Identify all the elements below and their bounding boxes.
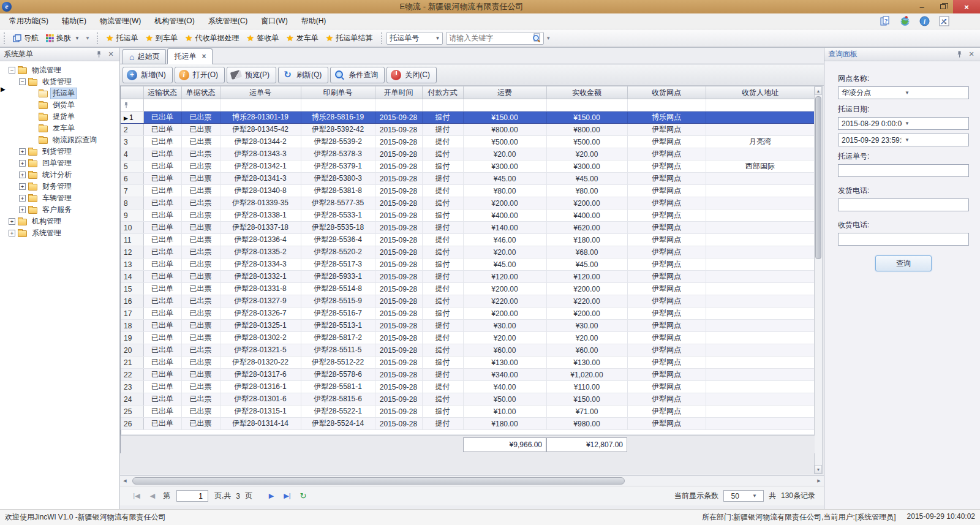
table-row[interactable]: 23已出单已出票伊犁28-01316-1伊犁28-5581-12015-09-2… xyxy=(121,381,815,393)
filter-cell-open-date[interactable] xyxy=(375,99,422,111)
scroll-left-icon[interactable]: ◀ xyxy=(120,477,130,486)
date-from-combo[interactable]: 2015-08-29 0:00:00 ▼ xyxy=(838,117,969,130)
action-button-1[interactable]: i打开(O) xyxy=(175,67,225,83)
prev-page-button[interactable]: ◀ xyxy=(145,492,160,500)
table-row[interactable]: 21已出单已出票伊犁28-01320-22伊犁28-5512-222015-09… xyxy=(121,357,815,369)
plus-expander-icon[interactable]: + xyxy=(19,195,26,202)
globe-icon[interactable] xyxy=(899,16,910,27)
search-overflow-button[interactable]: ▼ xyxy=(544,31,552,45)
search-icon[interactable] xyxy=(532,33,541,43)
keyword-search-input[interactable] xyxy=(447,33,532,43)
pin-icon[interactable] xyxy=(96,51,106,58)
action-button-4[interactable]: 条件查询 xyxy=(330,67,385,83)
table-row[interactable]: 18已出单已出票伊犁28-01325-1伊犁28-5513-12015-09-2… xyxy=(121,320,815,332)
column-header-freight[interactable]: 运费 xyxy=(463,86,546,99)
menu-item-1[interactable]: 辅助(E) xyxy=(55,13,93,29)
maximize-button[interactable] xyxy=(932,0,953,13)
first-page-button[interactable]: |◀ xyxy=(129,492,145,500)
scroll-right-icon[interactable]: ▶ xyxy=(814,477,824,486)
column-header-transport-status[interactable]: 运输状态 xyxy=(143,86,181,99)
minimize-button[interactable]: – xyxy=(911,0,932,13)
column-header-doc-status[interactable]: 单据状态 xyxy=(181,86,220,99)
favorite-5[interactable]: ★托运单结算 xyxy=(322,31,377,45)
tree-item-5[interactable]: 发车单 xyxy=(9,123,119,134)
menu-item-4[interactable]: 系统管理(C) xyxy=(202,13,255,29)
vscroll-thumb[interactable] xyxy=(815,96,821,259)
tree-item-3[interactable]: 倒货单 xyxy=(9,99,119,111)
table-row[interactable]: 13已出单已出票伊犁28-01334-3伊犁28-5517-32015-09-2… xyxy=(121,259,815,271)
tree-item-2[interactable]: 托运单 xyxy=(9,88,119,99)
plus-expander-icon[interactable]: + xyxy=(19,183,26,190)
filter-cell-received-amount[interactable] xyxy=(546,99,627,111)
query-button[interactable]: 查询 xyxy=(875,255,932,271)
filter-cell-waybill-no[interactable] xyxy=(220,99,301,111)
column-header-seq[interactable] xyxy=(121,86,143,99)
tree-item-4[interactable]: 提货单 xyxy=(9,111,119,123)
close-panel-icon[interactable]: ✕ xyxy=(106,50,116,58)
info-icon[interactable]: i xyxy=(919,16,930,27)
close-button[interactable]: × xyxy=(953,0,980,13)
table-row[interactable]: 3已出单已出票伊犁28-01344-2伊犁28-5539-22015-09-28… xyxy=(121,136,815,148)
filter-cell-seq[interactable] xyxy=(121,99,143,111)
refresh-page-icon[interactable]: ↻ xyxy=(295,491,311,500)
navigation-button[interactable]: 导航 xyxy=(9,31,42,45)
table-row[interactable]: 20已出单已出票伊犁28-01321-5伊犁28-5511-52015-09-2… xyxy=(121,344,815,357)
plus-expander-icon[interactable]: + xyxy=(9,218,15,225)
sender-phone-input[interactable] xyxy=(838,198,969,211)
date-to-combo[interactable]: 2015-09-29 23:59:59 ▼ xyxy=(838,134,969,146)
vertical-scrollbar[interactable]: ▲ ▼ xyxy=(814,86,823,474)
next-page-button[interactable]: ▶ xyxy=(263,492,279,500)
table-row[interactable]: 17已出单已出票伊犁28-01326-7伊犁28-5516-72015-09-2… xyxy=(121,308,815,320)
skin-button[interactable]: 换肤 ▼ xyxy=(42,31,83,45)
action-button-2[interactable]: 预览(P) xyxy=(227,67,276,83)
action-button-5[interactable]: 关闭(C) xyxy=(386,67,437,83)
favorite-4[interactable]: ★发车单 xyxy=(282,31,322,45)
favorite-3[interactable]: ★签收单 xyxy=(243,31,283,45)
chart-icon[interactable] xyxy=(938,16,949,27)
receiver-phone-input[interactable] xyxy=(838,233,969,246)
tree-item-13[interactable]: +机构管理 xyxy=(9,216,119,227)
menu-item-2[interactable]: 物流管理(W) xyxy=(93,13,148,29)
table-row[interactable]: 7已出单已出票伊犁28-01340-8伊犁28-5381-82015-09-28… xyxy=(121,185,815,197)
menu-item-6[interactable]: 帮助(H) xyxy=(295,13,333,29)
filter-cell-pay-method[interactable] xyxy=(422,99,463,111)
table-row[interactable]: 24已出单已出票伊犁28-01301-6伊犁28-5815-62015-09-2… xyxy=(121,393,815,406)
branch-name-combo[interactable]: 华凌分点 ▼ xyxy=(838,86,969,99)
table-row[interactable]: 22已出单已出票伊犁28-01317-6伊犁28-5578-62015-09-2… xyxy=(121,369,815,381)
last-page-button[interactable]: ▶| xyxy=(279,492,295,500)
tree-item-12[interactable]: +客户服务 xyxy=(9,204,119,216)
tree-item-10[interactable]: +财务管理 xyxy=(9,181,119,192)
plus-expander-icon[interactable]: + xyxy=(9,230,15,236)
tree-item-6[interactable]: 物流跟踪查询 xyxy=(9,134,119,146)
waybill-no-input[interactable] xyxy=(838,164,969,177)
plus-expander-icon[interactable]: + xyxy=(19,206,26,213)
table-row[interactable]: 12已出单已出票伊犁28-01335-2伊犁28-5520-22015-09-2… xyxy=(121,246,815,259)
favorite-1[interactable]: ★到车单 xyxy=(141,31,181,45)
table-row[interactable]: 2已出单已出票伊犁28-01345-42伊犁28-5392-422015-09-… xyxy=(121,124,815,136)
favorite-2[interactable]: ★代收单据处理 xyxy=(181,31,243,45)
table-row[interactable]: 25已出单已出票伊犁28-01315-1伊犁28-5522-12015-09-2… xyxy=(121,406,815,418)
scroll-down-icon[interactable]: ▼ xyxy=(815,465,822,474)
table-row[interactable]: ▶1已出单已出票博乐28-01301-19博乐28-5816-192015-09… xyxy=(121,111,815,124)
tab-1[interactable]: 托运单× xyxy=(167,48,213,64)
tab-0[interactable]: ⌂起始页 xyxy=(123,49,166,64)
help-doc-icon[interactable]: ? xyxy=(880,16,891,27)
tree-item-1[interactable]: −收货管理 xyxy=(9,76,119,88)
search-field-combo[interactable]: 托运单号 ▼ xyxy=(386,32,443,45)
tree-item-14[interactable]: +系统管理 xyxy=(9,227,119,239)
scroll-up-icon[interactable]: ▲ xyxy=(815,86,822,95)
tree-item-0[interactable]: −物流管理 xyxy=(9,64,119,76)
table-row[interactable]: 9已出单已出票伊犁28-01338-1伊犁28-5533-12015-09-28… xyxy=(121,210,815,222)
filter-cell-receive-address[interactable] xyxy=(706,99,815,111)
table-row[interactable]: 14已出单已出票伊犁28-01332-1伊犁28-5933-12015-09-2… xyxy=(121,271,815,283)
table-row[interactable]: 15已出单已出票伊犁28-01331-8伊犁28-5514-82015-09-2… xyxy=(121,283,815,295)
column-header-waybill-no[interactable]: 运单号 xyxy=(220,86,301,99)
table-row[interactable]: 5已出单已出票伊犁28-01342-1伊犁28-5379-12015-09-28… xyxy=(121,161,815,173)
filter-cell-transport-status[interactable] xyxy=(143,99,181,111)
menu-item-3[interactable]: 机构管理(O) xyxy=(148,13,201,29)
action-button-3[interactable]: ↻刷新(Q) xyxy=(278,67,328,83)
collapse-indicator-icon[interactable]: ▶ xyxy=(1,86,6,93)
hscroll-thumb[interactable] xyxy=(132,477,625,485)
column-header-open-date[interactable]: 开单时间 xyxy=(375,86,422,99)
column-header-received-amount[interactable]: 实收金额 xyxy=(546,86,627,99)
